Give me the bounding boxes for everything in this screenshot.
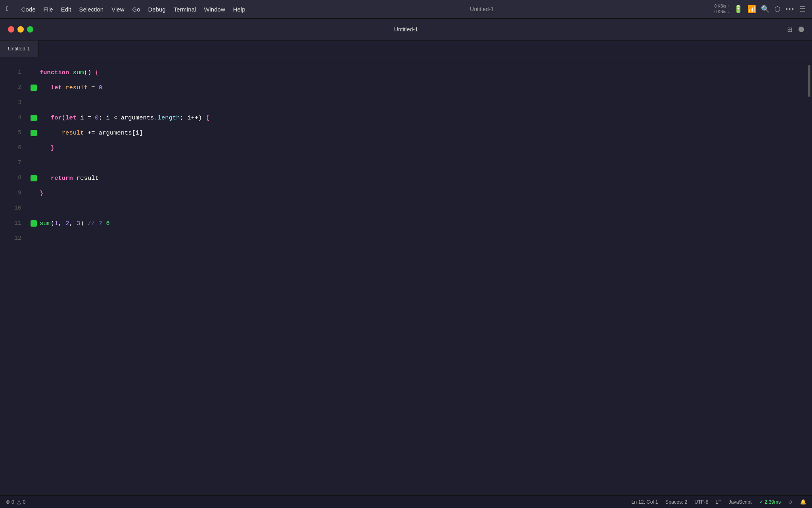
gutter-5[interactable] — [28, 125, 40, 140]
line-num-12: 12 — [14, 231, 21, 246]
line-num-10: 10 — [14, 201, 21, 216]
close-brace-2: } — [40, 186, 43, 201]
encoding[interactable]: UTF-8 — [694, 499, 708, 505]
line-num-11: 11 — [14, 216, 21, 231]
list-icon[interactable]: ☰ — [799, 5, 806, 13]
breakpoint-11[interactable] — [31, 220, 37, 227]
gutter-8[interactable] — [28, 171, 40, 186]
gutter-3[interactable] — [28, 95, 40, 110]
breakpoint-2[interactable] — [31, 85, 37, 91]
scrollbar[interactable] — [806, 57, 812, 276]
comment-result: 6 — [106, 216, 110, 231]
menu-help[interactable]: Help — [229, 4, 249, 14]
length-prop: length — [158, 110, 180, 125]
warning-icon: △ — [16, 499, 21, 505]
result-var: result — [62, 125, 84, 140]
code-line-6: } — [40, 140, 806, 156]
split-editor-icon[interactable]: ⊞ — [787, 25, 792, 35]
menu-view[interactable]: View — [107, 4, 128, 14]
menu-selection[interactable]: Selection — [75, 4, 108, 14]
titlebar: Untitled-1 ⊞ — [0, 19, 812, 40]
code-line-11: sum ( 1 , 2 , 3 ) // ? 6 — [40, 216, 806, 231]
function-name: sum — [73, 65, 84, 80]
gutter-6[interactable] — [28, 140, 40, 156]
gutter-9[interactable] — [28, 186, 40, 201]
breakpoint-4[interactable] — [31, 115, 37, 121]
menu-go[interactable]: Go — [128, 4, 144, 14]
keyword-for: for — [51, 110, 62, 125]
code-line-7 — [40, 156, 806, 171]
breakpoint-5[interactable] — [31, 130, 37, 136]
close-button[interactable] — [8, 26, 14, 33]
more-icon[interactable]: ••• — [785, 6, 795, 13]
error-count[interactable]: 0 — [11, 499, 14, 505]
menu-code[interactable]: Code — [17, 4, 40, 14]
minimize-button[interactable] — [17, 26, 24, 33]
menu-terminal[interactable]: Terminal — [170, 4, 200, 14]
result-return: result — [77, 171, 99, 186]
tabs-row: Untitled-1 — [0, 40, 812, 57]
gutter-1[interactable] — [28, 65, 40, 80]
gutter-12[interactable] — [28, 231, 40, 246]
menu-debug[interactable]: Debug — [144, 4, 169, 14]
line-num-3: 3 — [18, 95, 21, 110]
line-num-7: 7 — [18, 156, 21, 171]
menu-window[interactable]: Window — [200, 4, 229, 14]
notifications-icon[interactable]: 🔔 — [800, 499, 806, 505]
open-brace-1: { — [95, 65, 99, 80]
search-icon[interactable]: 🔍 — [761, 5, 770, 13]
breakpoint-8[interactable] — [31, 175, 37, 181]
code-line-5: result += arguments [i] — [40, 125, 806, 140]
code-line-10 — [40, 201, 806, 216]
timing: ✓ 2.39ms — [759, 499, 781, 505]
indentation[interactable]: Spaces: 2 — [665, 499, 688, 505]
keyword-let-2: let — [65, 110, 77, 125]
gutter-7[interactable] — [28, 156, 40, 171]
error-icon: ⊗ — [6, 499, 10, 505]
status-left: ⊗ 0 △ 0 — [6, 499, 25, 505]
cursor-position[interactable]: Ln 12, Col 1 — [631, 499, 658, 505]
gutter-11[interactable] — [28, 216, 40, 231]
keyword-return: return — [51, 171, 73, 186]
status-right: Ln 12, Col 1 Spaces: 2 UTF-8 LF JavaScri… — [631, 499, 806, 505]
line-num-5: 5 — [18, 125, 21, 140]
code-editor[interactable]: function sum () { let result = 0 for ( l… — [40, 57, 806, 276]
extensions-icon[interactable]: ⬡ — [774, 5, 781, 13]
code-line-3 — [40, 95, 806, 110]
close-brace-1: } — [51, 140, 54, 156]
battery-icon: 🔋 — [734, 5, 743, 13]
line-num-6: 6 — [18, 140, 21, 156]
code-line-4: for ( let i = 0 ; i < arguments . length… — [40, 110, 806, 125]
titlebar-right-actions: ⊞ — [787, 25, 812, 35]
warning-count[interactable]: 0 — [23, 499, 25, 505]
maximize-button[interactable] — [27, 26, 33, 33]
gutter-10[interactable] — [28, 201, 40, 216]
menu-file[interactable]: File — [39, 4, 57, 14]
var-result: result — [65, 80, 88, 95]
menubar:  Code File Edit Selection View Go Debug… — [0, 0, 812, 19]
wifi-icon: 📶 — [747, 5, 756, 13]
line-num-8: 8 — [18, 171, 21, 186]
feedback-icon[interactable]: ☺ — [788, 499, 793, 505]
arg-1: 1 — [54, 216, 58, 231]
code-line-9: } — [40, 186, 806, 201]
line-num-4: 4 — [18, 110, 21, 125]
language-mode[interactable]: JavaScript — [728, 499, 751, 505]
window-title: Untitled-1 — [249, 6, 714, 12]
tab-untitled[interactable]: Untitled-1 — [0, 40, 38, 57]
keyword-let: let — [51, 80, 62, 95]
statusbar: ⊗ 0 △ 0 Ln 12, Col 1 Spaces: 2 UTF-8 LF … — [0, 495, 812, 508]
apple-logo-icon:  — [6, 6, 10, 13]
scrollbar-thumb[interactable] — [808, 65, 810, 97]
line-numbers: 1 2 3 4 5 6 7 8 9 10 11 12 — [0, 57, 28, 276]
code-line-8: return result — [40, 171, 806, 186]
arg-2: 2 — [65, 216, 69, 231]
traffic-lights — [0, 26, 41, 33]
menu-edit[interactable]: Edit — [57, 4, 75, 14]
gutter-4[interactable] — [28, 110, 40, 125]
gutter-2[interactable] — [28, 80, 40, 95]
line-ending[interactable]: LF — [716, 499, 722, 505]
gutter — [28, 57, 40, 276]
line-num-1: 1 — [18, 65, 21, 80]
code-line-2: let result = 0 — [40, 80, 806, 95]
